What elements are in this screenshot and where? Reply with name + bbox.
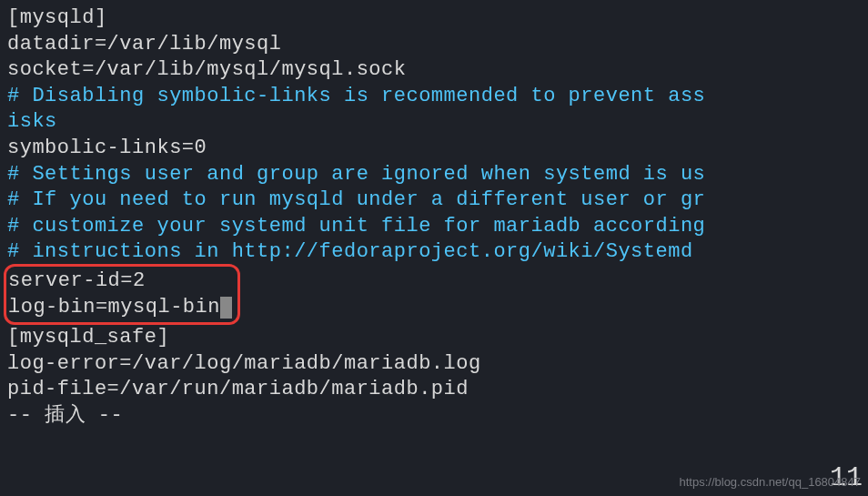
config-log-bin: log-bin=mysql-bin bbox=[8, 296, 220, 319]
vim-mode-indicator: -- 插入 -- bbox=[7, 403, 861, 430]
config-log-error: log-error=/var/log/mariadb/mariadb.log bbox=[7, 351, 861, 378]
comment-symlinks-1: # Disabling symbolic-links is recommende… bbox=[7, 84, 861, 110]
config-symbolic-links: symbolic-links=0 bbox=[7, 136, 861, 162]
cursor bbox=[220, 297, 232, 319]
comment-symlinks-2: isks bbox=[7, 109, 861, 136]
comment-run-mysqld: # If you need to run mysqld under a diff… bbox=[7, 187, 861, 214]
comment-instructions: # instructions in http://fedoraproject.o… bbox=[7, 239, 861, 266]
config-section-mysqld: [mysqld] bbox=[7, 5, 861, 32]
config-server-id: server-id=2 bbox=[8, 268, 232, 295]
config-socket: socket=/var/lib/mysql/mysql.sock bbox=[7, 57, 861, 84]
config-pid-file: pid-file=/var/run/mariadb/mariadb.pid bbox=[7, 377, 861, 403]
comment-settings: # Settings user and group are ignored wh… bbox=[7, 162, 861, 188]
comment-customize: # customize your systemd unit file for m… bbox=[7, 214, 861, 240]
watermark-text: https://blog.csdn.net/qq_16804847 bbox=[680, 475, 862, 491]
config-datadir: datadir=/var/lib/mysql bbox=[7, 32, 861, 58]
config-log-bin-line: log-bin=mysql-bin bbox=[8, 295, 232, 321]
highlighted-config-box: server-id=2 log-bin=mysql-bin bbox=[4, 264, 240, 325]
config-section-mysqld-safe: [mysqld_safe] bbox=[7, 325, 861, 351]
